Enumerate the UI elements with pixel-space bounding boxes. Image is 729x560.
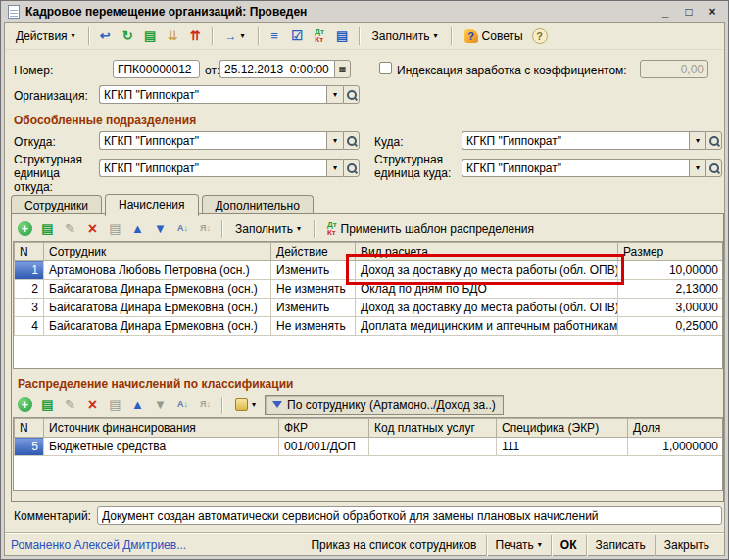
print-button[interactable]: Печать ▾ xyxy=(486,535,551,556)
chevron-down-icon[interactable]: ▾ xyxy=(689,159,705,177)
settings-list-icon[interactable]: ☑ xyxy=(287,25,308,46)
amount-cell[interactable]: 2,13000 xyxy=(618,280,724,299)
refresh-icon[interactable]: ↻ xyxy=(118,25,138,46)
action-cell[interactable]: Не изменять xyxy=(271,317,356,336)
amount-cell[interactable]: 0,25000 xyxy=(618,317,724,336)
amount-cell[interactable]: 3,00000 xyxy=(618,299,724,317)
delete-row-icon[interactable]: × xyxy=(82,395,103,415)
structural-to-search-button[interactable] xyxy=(705,159,722,177)
dt-kt-icon[interactable]: ДтКт xyxy=(310,25,330,46)
employee-cell[interactable]: Байсагатова Динара Ермековна (осн.) xyxy=(44,280,271,299)
sort-asc-icon[interactable]: А↓ xyxy=(172,395,193,415)
tab-additional[interactable]: Дополнительно xyxy=(202,195,314,215)
funding-source-cell[interactable]: Бюджетные средства xyxy=(44,438,279,456)
copy-row-icon[interactable]: ▤ xyxy=(37,395,58,415)
from-input[interactable] xyxy=(99,131,326,150)
move-down-icon[interactable]: ▼ xyxy=(150,218,170,239)
tab-accruals[interactable]: Начисления xyxy=(105,194,199,216)
ok-button[interactable]: ОК xyxy=(551,535,586,556)
column-header-paid-code[interactable]: Код платных услуг xyxy=(369,419,497,438)
cancel-posting-icon[interactable]: ⇈ xyxy=(185,25,206,46)
fkr-cell[interactable]: 001/001/ДОП xyxy=(279,438,369,456)
sort-desc-icon[interactable]: Я↓ xyxy=(195,395,216,415)
chevron-down-icon[interactable]: ▾ xyxy=(326,159,343,177)
tips-button[interactable]: ? Советы xyxy=(458,25,530,46)
paid-code-cell[interactable] xyxy=(369,438,497,456)
amount-cell[interactable]: 10,00000 xyxy=(618,261,724,280)
organization-search-button[interactable] xyxy=(343,85,360,104)
sort-asc-icon[interactable]: А↓ xyxy=(172,218,193,239)
column-header-employee[interactable]: Сотрудник xyxy=(44,243,271,261)
calendar-icon[interactable]: ▦ xyxy=(334,60,351,78)
chevron-down-icon[interactable]: ▾ xyxy=(689,131,705,150)
post-with-movements-icon[interactable]: ⇊ xyxy=(163,25,183,46)
from-search-button[interactable] xyxy=(343,131,360,150)
organization-input[interactable] xyxy=(99,85,326,104)
add-row-icon[interactable]: + xyxy=(15,395,35,415)
comment-input[interactable] xyxy=(97,506,722,525)
goto-button[interactable]: → ▾ xyxy=(219,25,252,46)
calc-type-cell[interactable]: Доход за доставку до места работы (обл. … xyxy=(356,299,618,317)
filter-by-employee-button[interactable]: По сотруднику (Артамоно../Доход за..) xyxy=(265,395,504,415)
action-cell[interactable]: Не изменять xyxy=(271,280,356,299)
fill-button[interactable]: Заполнить ▾ xyxy=(365,25,445,46)
action-cell[interactable]: Изменить xyxy=(271,261,356,280)
calc-type-cell[interactable]: Доплата медицинским и аптечным работника… xyxy=(356,317,618,336)
save-button[interactable]: Записать xyxy=(586,535,655,556)
indexation-checkbox[interactable] xyxy=(379,62,392,74)
row-number-cell[interactable]: 5 xyxy=(15,438,44,456)
delete-row-icon[interactable]: × xyxy=(82,218,103,239)
chevron-down-icon[interactable]: ▾ xyxy=(326,131,343,150)
row-number-cell[interactable]: 2 xyxy=(15,280,44,299)
column-header-funding-source[interactable]: Источник финансирования xyxy=(44,419,279,438)
structure-icon[interactable]: ≡ xyxy=(265,25,285,46)
structural-from-search-button[interactable] xyxy=(343,159,360,177)
specifics-cell[interactable]: 111 xyxy=(497,438,628,456)
number-input[interactable] xyxy=(113,60,200,78)
calc-type-cell[interactable]: Доход за доставку до места работы (обл. … xyxy=(356,261,618,280)
to-input[interactable] xyxy=(462,131,689,150)
column-header-action[interactable]: Действие xyxy=(271,243,356,261)
column-header-share[interactable]: Доля xyxy=(628,419,724,438)
calc-type-cell[interactable]: Оклад по дням по БДО xyxy=(356,280,618,299)
journal-icon[interactable]: ▤ xyxy=(332,25,353,46)
column-header-amount[interactable]: Размер xyxy=(618,243,724,261)
table-row[interactable]: 4 Байсагатова Динара Ермековна (осн.) Не… xyxy=(15,317,724,336)
table-row[interactable]: 3 Байсагатова Динара Ермековна (осн.) Из… xyxy=(15,299,724,317)
table-row[interactable]: 2 Байсагатова Динара Ермековна (осн.) Не… xyxy=(15,280,724,299)
close-button[interactable]: × xyxy=(704,5,721,19)
date-input[interactable] xyxy=(219,60,334,78)
employee-cell[interactable]: Артамонова Любовь Петровна (осн.) xyxy=(44,261,271,280)
copy-document-icon[interactable]: ▤ xyxy=(140,25,161,46)
order-list-button[interactable]: Приказ на список сотрудников xyxy=(302,535,485,556)
sort-desc-icon[interactable]: Я↓ xyxy=(195,218,216,239)
accruals-fill-button[interactable]: Заполнить ▾ xyxy=(228,218,308,239)
employee-cell[interactable]: Байсагатова Динара Ермековна (осн.) xyxy=(44,317,271,336)
move-up-icon[interactable]: ▲ xyxy=(127,395,148,415)
action-cell[interactable]: Изменить xyxy=(271,299,356,317)
maximize-button[interactable]: □ xyxy=(680,5,698,19)
row-number-cell[interactable]: 4 xyxy=(15,317,44,336)
move-up-icon[interactable]: ▲ xyxy=(127,218,148,239)
table-row[interactable]: 5 Бюджетные средства 001/001/ДОП 111 1,0… xyxy=(15,438,724,456)
row-number-cell[interactable]: 1 xyxy=(15,261,44,280)
column-header-specifics[interactable]: Специфика (ЭКР) xyxy=(497,419,628,438)
share-cell[interactable]: 1,0000000 xyxy=(628,438,724,456)
copy-row-icon[interactable]: ▤ xyxy=(37,218,58,239)
add-row-icon[interactable]: + xyxy=(15,218,35,239)
responsible-person-link[interactable]: Романенко Алексей Дмитриев... xyxy=(11,538,186,552)
edit-row-icon[interactable]: ✎ xyxy=(60,218,80,239)
column-header-fkr[interactable]: ФКР xyxy=(279,419,369,438)
row-number-cell[interactable]: 3 xyxy=(15,299,44,317)
structural-to-input[interactable] xyxy=(462,159,689,177)
column-header-n[interactable]: N xyxy=(15,419,44,438)
chevron-down-icon[interactable]: ▾ xyxy=(326,85,343,104)
post-document-icon[interactable]: ↩ xyxy=(95,25,116,46)
close-form-button[interactable]: Закрыть xyxy=(655,535,718,556)
help-icon[interactable]: ? xyxy=(532,28,548,44)
structural-from-input[interactable] xyxy=(99,159,326,177)
column-header-n[interactable]: N xyxy=(15,243,44,261)
move-down-icon[interactable]: ▼ xyxy=(150,395,170,415)
to-search-button[interactable] xyxy=(705,131,722,150)
actions-button[interactable]: Действия ▾ xyxy=(9,25,82,46)
